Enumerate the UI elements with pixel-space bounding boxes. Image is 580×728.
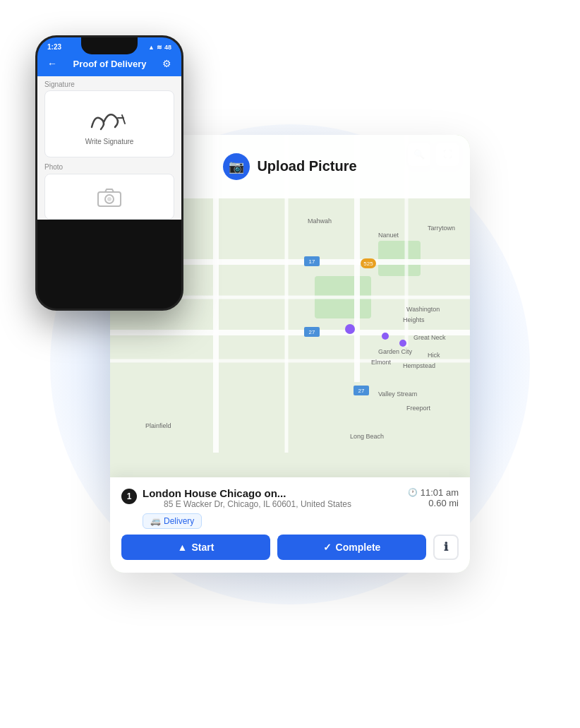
svg-text:Hempstead: Hempstead xyxy=(403,362,435,369)
svg-text:Hick: Hick xyxy=(428,352,440,359)
svg-text:Mahwah: Mahwah xyxy=(308,217,332,225)
stop-header: 1 London House Chicago on... 85 E Wacker… xyxy=(121,487,459,511)
info-icon: ℹ xyxy=(444,540,448,554)
svg-text:27: 27 xyxy=(358,388,365,394)
svg-text:27: 27 xyxy=(309,329,315,335)
svg-point-30 xyxy=(399,340,406,347)
navigate-icon: ▲ xyxy=(178,542,188,553)
svg-rect-4 xyxy=(378,241,421,276)
clock-icon: 🕐 xyxy=(408,488,418,497)
photo-section: Photo xyxy=(37,163,181,220)
signature-box[interactable]: Write Signature xyxy=(44,90,174,157)
checkmark-icon: ✓ xyxy=(323,542,332,553)
upload-title: Upload Picture xyxy=(257,158,356,174)
phone-notch xyxy=(81,37,138,54)
delivery-icon: 🚐 xyxy=(150,516,161,526)
stop-number: 1 xyxy=(121,489,137,504)
bottom-card: 1 London House Chicago on... 85 E Wacker… xyxy=(110,477,470,573)
svg-point-28 xyxy=(345,324,355,334)
svg-text:525: 525 xyxy=(363,261,373,267)
phone-time: 1:23 xyxy=(47,43,61,51)
action-buttons: ▲ Start ✓ Complete ℹ xyxy=(121,535,459,560)
phone-nav-bar: ← Proof of Delivery ⚙ xyxy=(37,54,181,76)
phone-nav-title: Proof of Delivery xyxy=(57,59,162,69)
svg-text:Valley Stream: Valley Stream xyxy=(378,390,417,398)
delivery-badge: 🚐 Delivery xyxy=(143,513,202,529)
phone-back-icon[interactable]: ← xyxy=(47,58,57,69)
svg-text:Tarrytown: Tarrytown xyxy=(428,225,455,232)
signature-svg xyxy=(81,102,138,138)
svg-text:Garden City: Garden City xyxy=(378,348,413,355)
complete-button[interactable]: ✓ Complete xyxy=(277,535,426,560)
upload-icon: 📷 xyxy=(223,153,250,180)
info-button[interactable]: ℹ xyxy=(433,535,459,560)
svg-point-29 xyxy=(382,333,389,340)
svg-text:Elmont: Elmont xyxy=(371,359,392,366)
stop-time: 🕐 11:01 am xyxy=(408,487,459,498)
svg-text:Plainfield: Plainfield xyxy=(145,422,171,429)
camera-icon: 📷 xyxy=(229,159,244,174)
stop-address: 85 E Wacker Dr, Chicago, IL 60601, Unite… xyxy=(164,499,351,509)
svg-text:Long Beach: Long Beach xyxy=(350,433,384,440)
battery-icon: 48 xyxy=(164,44,171,51)
photo-box[interactable] xyxy=(44,174,174,220)
wifi-icon: ≋ xyxy=(157,44,162,51)
stop-name: London House Chicago on... xyxy=(143,487,351,499)
phone-content: Signature Write Signature Photo xyxy=(37,76,181,220)
start-button[interactable]: ▲ Start xyxy=(121,535,270,560)
stop-distance: 0.60 mi xyxy=(408,498,459,508)
phone-settings-icon[interactable]: ⚙ xyxy=(162,58,171,69)
svg-text:Nanuet: Nanuet xyxy=(378,232,399,239)
photo-label: Photo xyxy=(44,163,174,171)
phone-status-icons: ▲ ≋ 48 xyxy=(148,44,171,51)
signature-text: Write Signature xyxy=(85,138,134,145)
phone-mockup: 1:23 ▲ ≋ 48 ← Proof of Delivery ⚙ Signat… xyxy=(35,35,183,311)
camera-icon-svg xyxy=(97,186,122,208)
svg-text:Great Neck: Great Neck xyxy=(413,334,446,341)
signature-label: Signature xyxy=(37,76,181,90)
stop-meta-row: 🚐 Delivery xyxy=(143,513,459,529)
svg-text:Heights: Heights xyxy=(403,316,425,323)
svg-text:Freeport: Freeport xyxy=(406,405,431,412)
svg-point-41 xyxy=(107,197,111,201)
signal-icon: ▲ xyxy=(148,44,155,51)
svg-text:Washington: Washington xyxy=(406,306,440,313)
svg-text:17: 17 xyxy=(309,258,315,265)
